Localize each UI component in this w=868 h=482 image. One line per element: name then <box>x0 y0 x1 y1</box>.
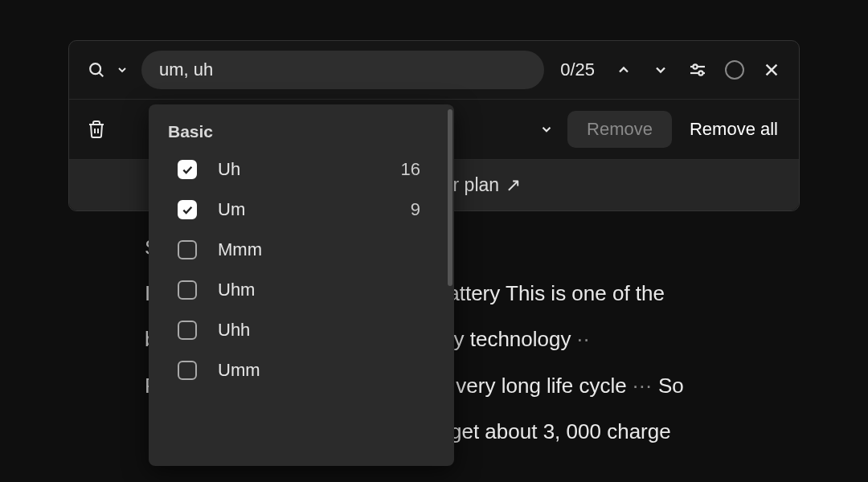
next-match-button[interactable] <box>648 57 674 83</box>
svg-point-0 <box>90 63 100 74</box>
dropdown-item-label: Uhm <box>218 280 435 300</box>
dropdown-item[interactable]: Uhh <box>149 310 454 350</box>
search-bar: 0/25 <box>69 41 799 100</box>
checkbox[interactable] <box>178 240 197 259</box>
remove-all-button[interactable]: Remove all <box>683 111 784 148</box>
dropdown-item[interactable]: Uhm <box>149 270 454 310</box>
scrollbar-thumb[interactable] <box>448 109 452 286</box>
dropdown-item[interactable]: Umm <box>149 350 454 390</box>
checkbox[interactable] <box>178 280 197 300</box>
chevron-down-icon[interactable] <box>114 57 130 83</box>
filler-words-dropdown: Basic Uh16Um9MmmUhmUhhUmm <box>149 104 454 466</box>
dropdown-item-count: 9 <box>411 199 435 220</box>
result-counter: 0/25 <box>555 59 600 80</box>
checkbox[interactable] <box>178 361 197 380</box>
checkbox[interactable] <box>178 200 197 219</box>
close-button[interactable] <box>759 57 784 83</box>
dropdown-item-count: 16 <box>401 159 435 180</box>
dropdown-item-label: Mmm <box>218 239 435 260</box>
remove-button[interactable]: Remove <box>567 111 672 148</box>
chevron-down-icon[interactable] <box>537 116 556 142</box>
prev-match-button[interactable] <box>611 57 637 83</box>
dropdown-item-label: Um <box>218 199 390 220</box>
checkbox[interactable] <box>178 160 197 179</box>
search-icon[interactable] <box>84 57 109 83</box>
external-link-icon: ↗ <box>506 174 521 196</box>
svg-line-1 <box>100 73 104 77</box>
dropdown-section-header: Basic <box>149 104 454 149</box>
checkbox[interactable] <box>178 321 197 340</box>
record-toggle[interactable] <box>722 57 747 83</box>
trash-icon[interactable] <box>84 116 109 142</box>
dropdown-item[interactable]: Um9 <box>149 190 454 230</box>
dropdown-item-label: Uh <box>218 159 380 180</box>
dropdown-item[interactable]: Uh16 <box>149 149 454 190</box>
search-mode-cluster <box>84 57 130 83</box>
dropdown-item-label: Uhh <box>218 320 435 341</box>
svg-point-5 <box>698 71 702 75</box>
dropdown-item-label: Umm <box>218 360 435 381</box>
settings-sliders-icon[interactable] <box>685 57 710 83</box>
svg-point-3 <box>693 64 697 68</box>
dropdown-item[interactable]: Mmm <box>149 230 454 270</box>
search-input[interactable] <box>141 51 544 89</box>
